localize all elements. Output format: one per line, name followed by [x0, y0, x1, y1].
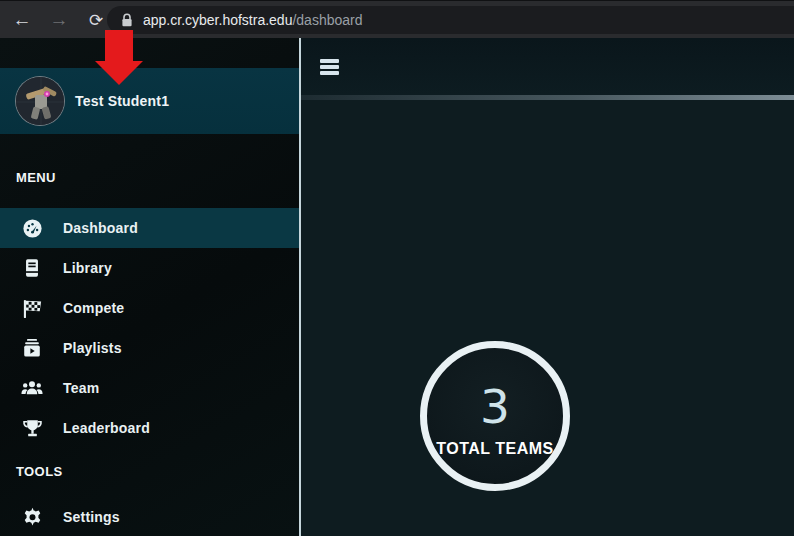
sidebar-edge-divider: [299, 38, 301, 536]
sidebar-menu: Dashboard Library: [0, 208, 300, 448]
dashboard-canvas: 3 TOTAL TEAMS: [301, 100, 794, 536]
people-group-icon: [20, 376, 44, 400]
sidebar-item-dashboard[interactable]: Dashboard: [0, 208, 300, 248]
sidebar-item-label: Dashboard: [63, 220, 138, 236]
sidebar-item-leaderboard[interactable]: Leaderboard: [0, 408, 300, 448]
trophy-icon: [20, 416, 44, 440]
sidebar-item-label: Playlists: [63, 340, 122, 356]
sidebar-item-playlists[interactable]: Playlists: [0, 328, 300, 368]
checkered-flag-icon: [20, 296, 44, 320]
gauge-icon: [20, 216, 44, 240]
robot-mech-avatar-art: [16, 77, 65, 126]
address-bar[interactable]: app.cr.cyber.hofstra.edu/dashboard: [107, 6, 794, 34]
url-path: /dashboard: [292, 12, 362, 28]
sidebar-item-label: Library: [63, 260, 112, 276]
sidebar-item-library[interactable]: Library: [0, 248, 300, 288]
total-teams-label: TOTAL TEAMS: [436, 440, 554, 458]
total-teams-widget[interactable]: 3 TOTAL TEAMS: [420, 341, 570, 491]
gear-icon: [20, 505, 44, 529]
browser-back-icon[interactable]: ←: [7, 1, 37, 39]
screenshot-root: ← → ⟳ app.cr.cyber.hofstra.edu/dashboard: [0, 0, 794, 536]
user-profile[interactable]: Test Student1: [0, 68, 300, 134]
section-header-menu: MENU: [0, 168, 300, 188]
main-content: 3 TOTAL TEAMS: [301, 38, 794, 536]
sidebar-item-team[interactable]: Team: [0, 368, 300, 408]
book-icon: [20, 256, 44, 280]
sidebar-item-label: Team: [63, 380, 99, 396]
avatar: [15, 76, 65, 126]
sidebar-item-settings[interactable]: Settings: [0, 497, 300, 536]
user-name: Test Student1: [75, 93, 169, 109]
hamburger-icon[interactable]: [320, 59, 339, 75]
browser-forward-icon[interactable]: →: [44, 1, 74, 39]
total-teams-value: 3: [480, 383, 510, 431]
sidebar-tools-menu: Settings: [0, 497, 300, 536]
sidebar-item-label: Leaderboard: [63, 420, 150, 436]
sidebar-item-label: Compete: [63, 300, 124, 316]
sidebar: Test Student1 MENU Dashboard: [0, 38, 300, 536]
sidebar-item-compete[interactable]: Compete: [0, 288, 300, 328]
url-text: app.cr.cyber.hofstra.edu/dashboard: [143, 12, 363, 28]
red-arrow-annotation: [95, 30, 143, 85]
url-host: app.cr.cyber.hofstra.edu: [143, 12, 292, 28]
sidebar-item-label: Settings: [63, 509, 120, 525]
padlock-icon: [121, 13, 133, 27]
playlist-video-icon: [20, 336, 44, 360]
section-header-tools: TOOLS: [0, 462, 300, 482]
main-header: [301, 38, 794, 95]
